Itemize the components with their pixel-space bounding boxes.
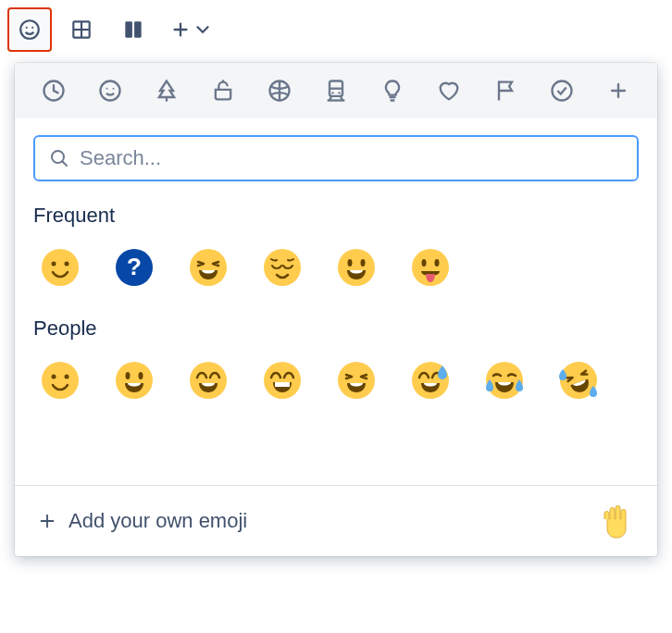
svg-point-43 bbox=[42, 362, 79, 399]
plus-icon bbox=[170, 19, 191, 40]
columns-icon bbox=[121, 18, 145, 42]
ball-icon bbox=[267, 78, 292, 104]
emoji-picker: Frequent ? People bbox=[15, 63, 657, 556]
svg-point-46 bbox=[116, 362, 153, 399]
emoji-toolbar-button[interactable] bbox=[7, 7, 52, 52]
svg-point-20 bbox=[338, 92, 340, 93]
svg-point-0 bbox=[20, 20, 39, 39]
skin-tone-selector[interactable] bbox=[598, 503, 635, 540]
search-wrap bbox=[15, 118, 657, 189]
emoji-slightly-smiling-face[interactable] bbox=[33, 354, 87, 407]
emoji-smile-eyes[interactable] bbox=[181, 354, 235, 407]
emoji-grid-frequent: ? bbox=[33, 241, 639, 305]
add-own-emoji-button[interactable]: Add your own emoji bbox=[37, 509, 247, 533]
search-input[interactable] bbox=[80, 146, 624, 170]
category-nature[interactable] bbox=[150, 74, 183, 107]
plus-icon bbox=[37, 511, 57, 531]
svg-rect-7 bbox=[134, 21, 142, 37]
svg-point-45 bbox=[65, 375, 69, 379]
svg-point-35 bbox=[190, 249, 227, 286]
emoji-smiley[interactable] bbox=[330, 241, 383, 294]
category-food[interactable] bbox=[206, 74, 240, 107]
section-heading-people: People bbox=[33, 305, 639, 354]
emoji-relieved[interactable] bbox=[255, 241, 309, 294]
search-box[interactable] bbox=[33, 135, 639, 181]
svg-point-39 bbox=[361, 259, 366, 267]
category-people[interactable] bbox=[93, 74, 127, 107]
picker-footer: Add your own emoji bbox=[15, 485, 657, 556]
emoji-tongue-out[interactable] bbox=[404, 241, 457, 294]
svg-point-1 bbox=[26, 27, 28, 29]
svg-rect-6 bbox=[125, 21, 132, 37]
svg-point-37 bbox=[338, 249, 375, 286]
svg-point-49 bbox=[190, 362, 227, 399]
svg-point-41 bbox=[422, 259, 427, 267]
emoji-rofl[interactable] bbox=[552, 354, 605, 407]
emoji-slightly-smiling-face[interactable] bbox=[33, 241, 87, 294]
emoji-laughing-squint[interactable] bbox=[181, 241, 235, 294]
svg-point-38 bbox=[348, 259, 353, 267]
svg-point-32 bbox=[65, 262, 69, 267]
category-travel[interactable] bbox=[319, 74, 353, 107]
raised-hand-icon bbox=[598, 503, 635, 540]
svg-line-29 bbox=[63, 162, 68, 167]
editor-toolbar bbox=[0, 0, 672, 59]
emoji-scroll-area[interactable]: Frequent ? People bbox=[15, 189, 657, 485]
food-icon bbox=[210, 78, 236, 104]
svg-point-12 bbox=[106, 88, 108, 90]
category-objects[interactable] bbox=[376, 74, 409, 107]
emoji-question-blue[interactable]: ? bbox=[107, 241, 161, 294]
svg-point-31 bbox=[52, 262, 56, 267]
svg-point-48 bbox=[139, 372, 143, 379]
emoji-grin[interactable] bbox=[255, 354, 309, 407]
add-own-label: Add your own emoji bbox=[68, 509, 247, 533]
category-activity[interactable] bbox=[263, 74, 296, 107]
flag-icon bbox=[492, 78, 518, 104]
emoji-laughing-squint[interactable] bbox=[330, 354, 383, 407]
clock-icon bbox=[41, 78, 67, 104]
bulb-icon bbox=[380, 78, 405, 104]
smiley-icon bbox=[18, 18, 42, 42]
table-icon bbox=[69, 18, 93, 42]
emoji-joy[interactable] bbox=[478, 354, 531, 407]
emoji-smiley[interactable] bbox=[107, 354, 161, 407]
layouts-toolbar-button[interactable] bbox=[111, 7, 156, 52]
svg-point-2 bbox=[31, 27, 33, 29]
tree-icon bbox=[154, 78, 180, 104]
check-circle-icon bbox=[549, 78, 575, 104]
emoji-grid-people bbox=[33, 354, 639, 418]
smiley-icon bbox=[97, 78, 123, 104]
category-symbols[interactable] bbox=[432, 74, 466, 107]
insert-more-button[interactable] bbox=[163, 12, 220, 47]
svg-point-44 bbox=[52, 375, 56, 379]
plus-icon bbox=[605, 78, 631, 104]
search-icon bbox=[48, 147, 70, 169]
svg-point-54 bbox=[486, 362, 523, 399]
svg-point-25 bbox=[553, 81, 572, 101]
chevron-down-icon bbox=[193, 19, 213, 40]
emoji-sweat-smile[interactable] bbox=[404, 354, 457, 407]
category-frequent[interactable] bbox=[37, 74, 70, 107]
svg-point-19 bbox=[331, 92, 333, 93]
category-custom[interactable] bbox=[602, 74, 635, 107]
svg-point-13 bbox=[113, 88, 115, 90]
category-productivity[interactable] bbox=[545, 74, 579, 107]
train-icon bbox=[323, 78, 349, 104]
svg-point-30 bbox=[42, 249, 79, 286]
svg-point-42 bbox=[435, 259, 440, 267]
svg-point-36 bbox=[264, 249, 301, 286]
svg-point-52 bbox=[338, 362, 375, 399]
emoji-category-bar bbox=[15, 63, 657, 118]
svg-point-50 bbox=[264, 362, 301, 399]
table-toolbar-button[interactable] bbox=[59, 7, 104, 52]
svg-point-47 bbox=[126, 372, 131, 379]
section-heading-frequent: Frequent bbox=[33, 192, 639, 241]
svg-point-11 bbox=[101, 81, 120, 101]
heart-icon bbox=[436, 78, 462, 104]
category-flags[interactable] bbox=[489, 74, 522, 107]
svg-rect-51 bbox=[275, 382, 290, 387]
svg-text:?: ? bbox=[127, 253, 142, 280]
